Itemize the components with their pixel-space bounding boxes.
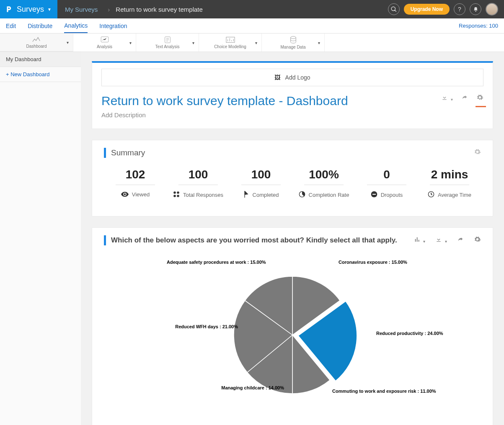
chart-download-button[interactable]: ▾ — [435, 236, 447, 245]
metric-label: Completion Rate — [309, 192, 349, 198]
tooltab-label: Dashboard — [26, 44, 47, 49]
chart-settings-button[interactable] — [474, 236, 481, 245]
metric-label-row: Dropouts — [371, 191, 403, 199]
question-chart-panel: Which of the below aspects are you worri… — [92, 227, 493, 425]
download-icon — [441, 94, 448, 101]
settings-button[interactable] — [476, 94, 483, 103]
share-button[interactable] — [461, 94, 468, 103]
search-icon — [391, 6, 397, 12]
clock-icon — [428, 191, 434, 199]
topbar: Surveys ▼ My Surveys › Return to work su… — [0, 0, 504, 18]
help-button[interactable]: ? — [454, 3, 465, 15]
grid-icon — [173, 191, 180, 199]
tooltab-label: Choice Modelling — [214, 44, 246, 49]
gear-icon — [476, 94, 483, 101]
brand-menu[interactable]: Surveys ▼ — [0, 0, 57, 18]
metric-value: 2 mins — [430, 168, 469, 185]
svg-rect-10 — [372, 194, 376, 195]
layout: My Dashboard New Dashboard 🖼 Add Logo Re… — [0, 52, 504, 425]
metric-value: 102 — [116, 168, 155, 185]
image-icon: 🖼 — [274, 74, 280, 81]
share-icon — [457, 236, 464, 243]
summary-grid: 102Viewed100Total Responses100Completed1… — [104, 168, 481, 199]
summary-metric: 100%Completion Rate — [292, 168, 355, 199]
metric-value: 100 — [241, 168, 281, 185]
tooltab-dashboard[interactable]: Dashboard ▾ — [0, 33, 73, 52]
caret-down-icon: ▾ — [318, 40, 320, 45]
tooltab-analysis[interactable]: Analysis ▾ — [73, 33, 136, 52]
toolbar: Dashboard ▾ Analysis ▾ Text Analysis ▾ C… — [0, 33, 504, 52]
caret-down-icon: ▾ — [255, 40, 257, 45]
analysis-icon — [101, 36, 109, 44]
svg-point-6 — [173, 195, 176, 197]
metric-label: Average Time — [438, 192, 471, 198]
dashboard-icon — [32, 36, 41, 44]
section-accent-bar — [104, 148, 106, 158]
breadcrumb-current: Return to work survey template — [116, 6, 203, 13]
responses-count[interactable]: Responses: 100 — [459, 23, 498, 29]
pie-icon — [299, 191, 305, 199]
sidebar: My Dashboard New Dashboard — [0, 52, 81, 425]
search-button[interactable] — [388, 3, 400, 15]
eye-icon — [121, 191, 129, 198]
chart-type-button[interactable]: ▾ — [414, 236, 426, 245]
minus-circle-icon — [371, 191, 377, 199]
subnav-edit[interactable]: Edit — [6, 19, 16, 33]
chart-share-button[interactable] — [457, 236, 464, 245]
avatar[interactable] — [486, 3, 498, 15]
pie-slice-label: Managing childcare : 14.00% — [209, 385, 284, 390]
subnav-integration[interactable]: Integration — [99, 19, 127, 33]
gear-icon — [474, 148, 481, 155]
metric-label: Completed — [253, 192, 279, 198]
dashboard-description[interactable]: Add Description — [101, 111, 441, 118]
tooltab-label: Analysis — [97, 44, 112, 49]
dashboard-title[interactable]: Return to work survey template - Dashboa… — [101, 94, 441, 108]
metric-value: 100% — [304, 168, 344, 185]
brand-logo-icon — [5, 5, 13, 13]
subnav-analytics[interactable]: Analytics — [64, 19, 88, 33]
tooltab-manage-data[interactable]: Manage Data ▾ — [262, 33, 325, 52]
flag-icon — [243, 191, 249, 199]
metric-label: Dropouts — [381, 192, 403, 198]
pie-slice-label: Reduced WFH days : 21.00% — [154, 324, 238, 329]
bell-icon — [473, 7, 478, 12]
add-logo-label: Add Logo — [285, 74, 310, 81]
summary-metric: 102Viewed — [104, 168, 167, 199]
pie-slice-label: Reduced productivity : 24.00% — [376, 331, 443, 336]
sidebar-item-new-dashboard[interactable]: New Dashboard — [0, 67, 81, 82]
database-icon — [289, 36, 297, 45]
upgrade-button[interactable]: Upgrade Now — [404, 4, 450, 15]
chevron-right-icon: › — [108, 6, 110, 13]
subnav-distribute[interactable]: Distribute — [28, 19, 52, 33]
breadcrumb-root[interactable]: My Surveys — [65, 6, 98, 13]
svg-point-7 — [177, 195, 179, 197]
download-button[interactable]: ▾ — [441, 94, 453, 103]
tooltab-label: Text Analysis — [155, 44, 180, 49]
summary-metric: 100Completed — [230, 168, 292, 199]
metric-label: Total Responses — [183, 192, 223, 198]
tooltab-choice-modelling[interactable]: Choice Modelling ▾ — [199, 33, 262, 52]
summary-panel: Summary 102Viewed100Total Responses100Co… — [92, 140, 493, 216]
pie-slice-label: Commuting to work and exposure risk : 11… — [332, 389, 436, 394]
pie-slice-label: Adequate safety procedures at work : 15.… — [167, 260, 263, 265]
caret-down-icon: ▾ — [192, 40, 194, 45]
summary-metric: 100Total Responses — [167, 168, 230, 199]
summary-metric: 0Dropouts — [355, 168, 418, 199]
metric-label-row: Completion Rate — [299, 191, 349, 199]
metric-label-row: Completed — [243, 191, 279, 199]
sidebar-item-my-dashboard[interactable]: My Dashboard — [0, 52, 81, 67]
summary-metric: 2 minsAverage Time — [418, 168, 481, 199]
dashboard-header-panel: 🖼 Add Logo Return to work survey templat… — [92, 61, 493, 129]
topbar-actions: Upgrade Now ? — [388, 3, 504, 15]
tooltab-text-analysis[interactable]: Text Analysis ▾ — [136, 33, 199, 52]
svg-point-4 — [173, 191, 176, 194]
bar-chart-icon — [414, 236, 421, 243]
choice-modelling-icon — [226, 36, 235, 44]
brand-label: Surveys — [17, 5, 44, 14]
notifications-button[interactable] — [470, 3, 481, 15]
summary-settings-button[interactable] — [474, 148, 481, 157]
section-accent-bar — [104, 235, 106, 245]
add-logo-button[interactable]: 🖼 Add Logo — [101, 69, 483, 86]
subnav: Edit Distribute Analytics Integration Re… — [0, 18, 504, 33]
breadcrumb: My Surveys › Return to work survey templ… — [57, 6, 210, 13]
